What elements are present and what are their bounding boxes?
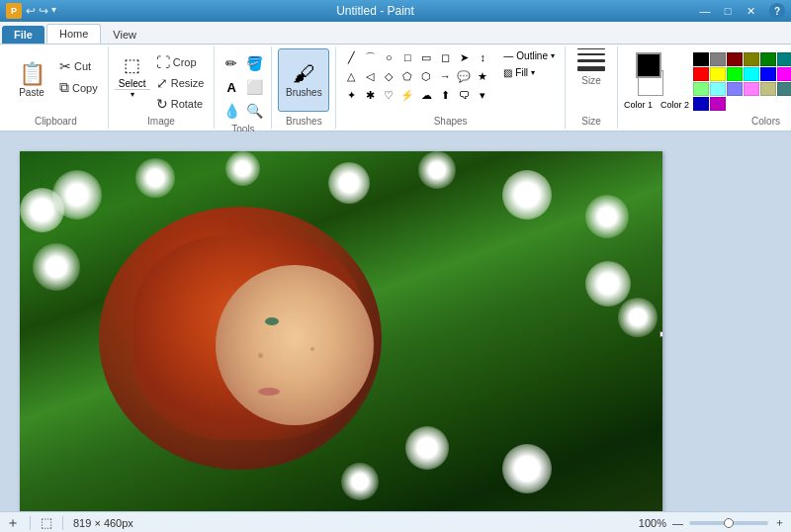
color-swatch-0[interactable]	[693, 52, 709, 66]
color-swatch-21[interactable]	[710, 82, 726, 96]
tab-home[interactable]: Home	[46, 24, 101, 44]
color-swatch-30[interactable]	[693, 97, 709, 111]
tab-file[interactable]: File	[2, 26, 44, 44]
shape-scroll-arrow[interactable]: ⬆	[436, 86, 454, 104]
color-swatch-10[interactable]	[693, 67, 709, 81]
color-swatch-25[interactable]	[777, 82, 791, 96]
shape-arrow-r[interactable]: ➤	[455, 48, 473, 66]
maximize-button[interactable]: □	[717, 3, 739, 19]
cut-icon: ✂	[59, 58, 71, 74]
shape-line[interactable]: ╱	[342, 48, 360, 66]
magnifier-button[interactable]: 🔍	[243, 100, 265, 122]
size-line-2	[577, 53, 605, 55]
selection-icon-button[interactable]: ⬚	[41, 515, 52, 530]
select-dropdown-arrow[interactable]: ▾	[115, 89, 150, 99]
fill-button[interactable]: ▨ Fill ▾	[499, 65, 559, 80]
zoom-in-button[interactable]: ＋	[774, 515, 785, 530]
color-swatch-4[interactable]	[760, 52, 776, 66]
color-swatch-20[interactable]	[693, 82, 709, 96]
flower-6	[418, 151, 456, 189]
shape-star4[interactable]: ✦	[342, 86, 360, 104]
shape-pent[interactable]: ⬠	[398, 67, 416, 85]
redo-icon[interactable]: ↪	[39, 4, 48, 18]
zoom-slider[interactable]	[689, 521, 768, 525]
canvas-image[interactable]	[20, 151, 662, 511]
brush-icon: 🖌	[293, 63, 314, 85]
color-swatch-14[interactable]	[760, 67, 776, 81]
color-swatch-12[interactable]	[727, 67, 743, 81]
shape-hex[interactable]: ⬡	[417, 67, 435, 85]
fill-button[interactable]: 🪣	[243, 52, 265, 74]
fill-icon: ▨	[503, 67, 512, 78]
canvas-area[interactable]	[0, 132, 791, 511]
pencil-button[interactable]: ✏	[220, 52, 242, 74]
copy-button[interactable]: ⧉ Copy	[55, 77, 102, 98]
shape-lightning[interactable]: ⚡	[398, 86, 416, 104]
color-preview-area	[636, 52, 677, 94]
shape-rect3[interactable]: ◻	[436, 48, 454, 66]
color-swatch-31[interactable]	[710, 97, 726, 111]
clipboard-group-label: Clipboard	[35, 114, 77, 127]
shape-arrow-scroll[interactable]: ↕	[474, 48, 491, 66]
paint-canvas[interactable]	[20, 151, 662, 511]
shape-rect2[interactable]: ▭	[417, 48, 435, 66]
status-left: ＋ ⬚ 819 × 460px	[6, 514, 133, 532]
shape-cloud[interactable]: ☁	[417, 86, 435, 104]
color-swatch-22[interactable]	[727, 82, 743, 96]
eraser-button[interactable]: ⬜	[243, 76, 265, 98]
shape-curve[interactable]: ⌒	[361, 48, 379, 66]
color-swatch-11[interactable]	[710, 67, 726, 81]
shape-tri[interactable]: △	[342, 67, 360, 85]
color-picker-button[interactable]: 💧	[220, 100, 242, 122]
undo-icon[interactable]: ↩	[26, 4, 36, 18]
shape-more[interactable]: ▾	[474, 86, 491, 104]
colors-grid	[693, 52, 791, 111]
flower-11	[618, 298, 658, 337]
color1-preview[interactable]	[636, 52, 661, 78]
minimize-button[interactable]: —	[694, 3, 716, 19]
help-button[interactable]: ?	[769, 3, 785, 19]
shape-rtri[interactable]: ◁	[361, 67, 379, 85]
select-icon-area: ⬚	[120, 52, 144, 78]
customize-icon[interactable]: ▾	[51, 4, 56, 18]
outline-button[interactable]: — Outline ▾	[499, 48, 559, 63]
select-button[interactable]: ⬚ Select ▾	[115, 52, 150, 99]
color-swatch-13[interactable]	[744, 67, 759, 81]
rotate-button[interactable]: ↻ Rotate	[152, 94, 209, 114]
shape-callout2[interactable]: 🗨	[455, 86, 473, 104]
shape-callout[interactable]: 💬	[455, 67, 473, 85]
shape-diamond[interactable]: ◇	[380, 67, 397, 85]
color-swatch-3[interactable]	[744, 52, 759, 66]
paste-button[interactable]: 📋 Paste	[10, 48, 53, 112]
crop-button[interactable]: ⛶ Crop	[152, 52, 209, 72]
selection-icon: ⬚	[41, 515, 52, 530]
color-swatch-23[interactable]	[744, 82, 759, 96]
tab-view[interactable]: View	[101, 26, 148, 44]
tools-row-2: A ⬜	[220, 76, 265, 98]
clipboard-group: 📋 Paste ✂ Cut ⧉ Copy Clipboard	[4, 46, 109, 129]
shape-rect[interactable]: □	[398, 48, 416, 66]
add-image-button[interactable]: ＋	[6, 514, 20, 532]
shape-heart[interactable]: ♡	[380, 86, 397, 104]
cut-button[interactable]: ✂ Cut	[55, 56, 102, 76]
color-swatch-24[interactable]	[760, 82, 776, 96]
shape-oval[interactable]: ○	[380, 48, 397, 66]
color1-label: Color 1	[624, 100, 653, 110]
shape-right-arrow[interactable]: →	[436, 67, 454, 85]
close-button[interactable]: ✕	[740, 3, 761, 19]
brushes-button[interactable]: 🖌 Brushes	[278, 48, 329, 112]
brushes-group-label: Brushes	[286, 114, 322, 127]
shape-star[interactable]: ★	[474, 67, 491, 85]
flower-5	[328, 162, 370, 204]
zoom-out-button[interactable]: —	[672, 517, 683, 529]
text-button[interactable]: A	[220, 76, 242, 98]
color-swatch-1[interactable]	[710, 52, 726, 66]
shape-star5[interactable]: ✱	[361, 86, 379, 104]
size-section[interactable]: Size	[571, 48, 611, 86]
color-swatch-5[interactable]	[777, 52, 791, 66]
resize-handle-right[interactable]	[659, 331, 662, 337]
size-group-label: Size	[581, 114, 600, 127]
color-swatch-2[interactable]	[727, 52, 743, 66]
color-swatch-15[interactable]	[777, 67, 791, 81]
resize-button[interactable]: ⤢ Resize	[152, 73, 209, 93]
